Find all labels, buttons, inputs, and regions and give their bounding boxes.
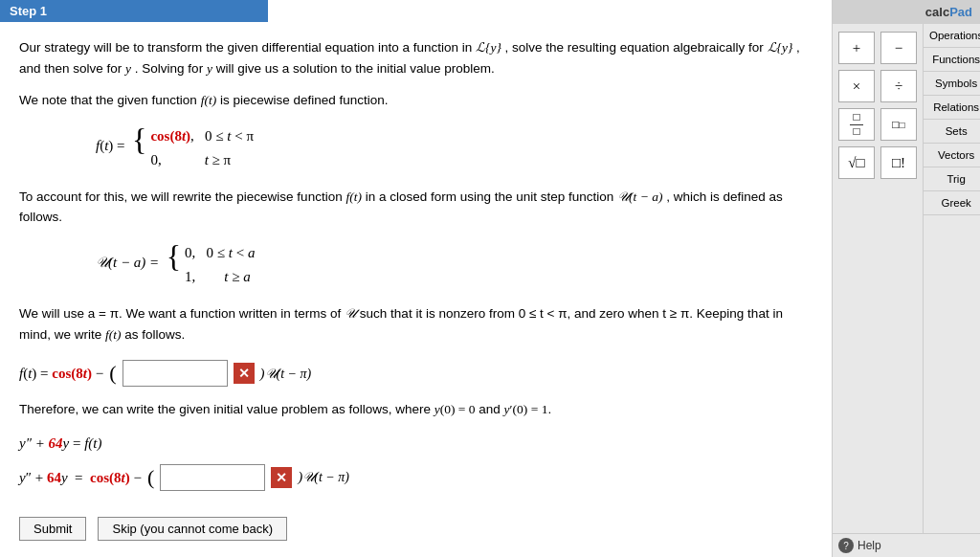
eq2-times-button[interactable]: ✕: [271, 467, 292, 488]
script-Ly-1: ℒ{y}: [476, 40, 501, 55]
ft-definition: f(t) = { cos(8t), 0 ≤ t < π 0, t ≥ π: [96, 124, 813, 173]
calc-label-sets[interactable]: Sets: [924, 120, 980, 144]
open-paren-1: (: [109, 356, 116, 390]
calc-label-vectors[interactable]: Vectors: [924, 144, 980, 167]
ft-times-button[interactable]: ✕: [234, 363, 255, 384]
open-paren-2: (: [147, 460, 154, 494]
calc-label-symbols[interactable]: Symbols: [924, 72, 980, 96]
paragraph1: Our strategy will be to transform the gi…: [19, 37, 813, 78]
eq1-ft: f(t): [84, 435, 101, 451]
help-icon: ?: [838, 538, 854, 553]
ft-input-row: f(t) = cos(8t) − ( ✕ )𝒰(t − π): [19, 356, 813, 390]
ft-uta-suffix: )𝒰(t − π): [260, 362, 312, 385]
script-Ly-2: ℒ{y}: [768, 40, 793, 55]
calc-minus-button[interactable]: −: [880, 32, 917, 64]
ft-ref-3: f(t): [105, 327, 122, 342]
paragraph2: We note that the given function f(t) is …: [19, 90, 813, 111]
calcpad-pad-text: Pad: [949, 5, 972, 19]
calc-frac-button[interactable]: □ □: [838, 108, 875, 141]
calc-label-relations[interactable]: Relations: [924, 96, 980, 120]
step-label: Step 1: [10, 4, 47, 18]
calc-divide-button[interactable]: ÷: [880, 70, 917, 102]
uta-def-label: 𝒰(t − a) =: [96, 255, 163, 270]
calc-sqrt-button[interactable]: √□: [838, 146, 875, 179]
uta-brace-expr: { 0, 0 ≤ t < a 1, t ≥ a: [167, 241, 256, 290]
uta-ref: 𝒰(t − a): [617, 189, 662, 204]
paragraph4: We will use a = π. We want a function wr…: [19, 303, 813, 345]
help-row[interactable]: ? Help: [833, 533, 980, 557]
calc-exp-button[interactable]: □□: [880, 108, 917, 141]
help-label: Help: [858, 539, 881, 552]
ft-brace-line1: cos(8t), 0 ≤ t < π: [150, 124, 254, 149]
calcpad-title: calcPad: [833, 0, 980, 24]
calc-label-operations[interactable]: Operations: [924, 24, 980, 48]
button-row: Submit Skip (you cannot come back): [19, 517, 813, 541]
eq2-input-field[interactable]: [160, 464, 265, 491]
ft-ref-1: f(t): [201, 93, 217, 107]
calc-btn-row-1: + −: [838, 32, 917, 64]
skip-button[interactable]: Skip (you cannot come back): [98, 517, 287, 541]
ft-ref-2: f(t): [345, 189, 362, 204]
calc-plus-button[interactable]: +: [838, 32, 875, 64]
calc-label-trig[interactable]: Trig: [924, 167, 980, 191]
ft-brace-lines: cos(8t), 0 ≤ t < π 0, t ≥ π: [150, 124, 254, 173]
equation1-row: y″ + 64y = f(t): [19, 432, 813, 455]
uta-brace-line2: 1, t ≥ a: [185, 265, 255, 290]
calc-btn-row-3: □ □ □□: [838, 108, 917, 141]
eq1-equals: =: [73, 435, 84, 451]
ft-def-label: f(t) =: [96, 138, 132, 153]
uta-brace-line1: 0, 0 ≤ t < a: [185, 241, 255, 266]
left-brace: {: [132, 124, 146, 155]
ft-brace-line2: 0, t ≥ π: [150, 148, 254, 173]
uta-left-brace: {: [167, 241, 181, 272]
eq2-uta-suffix: )𝒰(t − π): [298, 465, 349, 488]
ft-input-prefix: f(t) = cos(8t) −: [19, 362, 103, 385]
main-content: Step 1 Our strategy will be to transform…: [0, 0, 832, 557]
step-header: Step 1: [0, 0, 268, 22]
var-y-1: y: [125, 61, 131, 76]
calcpad-panel: calcPad + − × ÷ □ □: [832, 0, 980, 557]
calcpad-inner: + − × ÷ □ □ □□ √□: [833, 24, 980, 533]
ft-brace-expr: { cos(8t), 0 ≤ t < π 0, t ≥ π: [132, 124, 254, 173]
var-y-2: y: [207, 61, 212, 76]
ft-input-field[interactable]: [122, 360, 228, 387]
calc-labels-col: Operations Functions Symbols Relations S…: [923, 24, 980, 533]
eq1-ypp: y″ + 64y: [19, 435, 69, 451]
eq2-input-row: y″ + 64y = cos(8t) − ( ✕ )𝒰(t − π): [19, 460, 813, 494]
calc-label-functions[interactable]: Functions: [924, 48, 980, 72]
calc-times-button[interactable]: ×: [838, 70, 875, 102]
eq2-prefix: y″ + 64y = cos(8t) −: [19, 466, 142, 489]
uta-definition: 𝒰(t − a) = { 0, 0 ≤ t < a 1, t ≥ a: [96, 241, 813, 290]
calc-buttons-col: + − × ÷ □ □ □□ √□: [833, 24, 923, 533]
uta-brace-lines: 0, 0 ≤ t < a 1, t ≥ a: [185, 241, 255, 290]
calcpad-calc-text: calc: [925, 5, 949, 19]
calc-btn-row-4: √□ □!: [838, 146, 917, 179]
calc-label-greek[interactable]: Greek: [924, 191, 980, 215]
paragraph3: To account for this, we will rewrite the…: [19, 187, 813, 228]
paragraph5: Therefore, we can write the given initia…: [19, 399, 813, 420]
submit-button[interactable]: Submit: [19, 517, 86, 541]
calc-factorial-button[interactable]: □!: [880, 146, 917, 179]
content-body: Our strategy will be to transform the gi…: [0, 22, 832, 556]
script-U-ref: 𝒰: [345, 306, 356, 321]
calc-btn-row-2: × ÷: [838, 70, 917, 102]
